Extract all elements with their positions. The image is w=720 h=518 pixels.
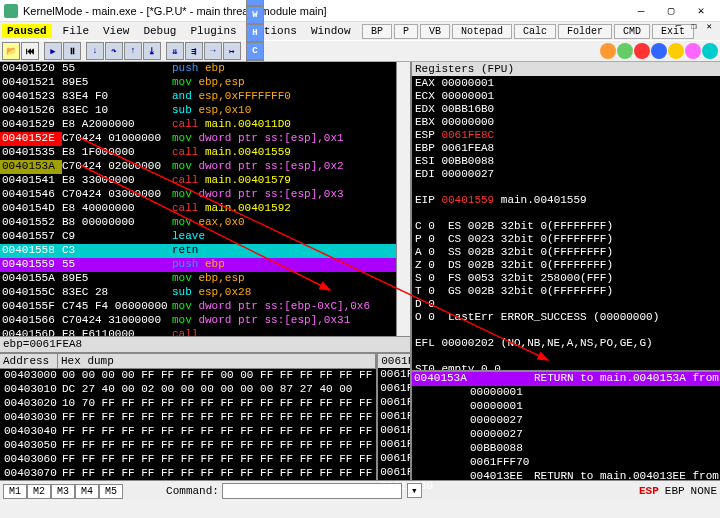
plugin-icon-7[interactable] (702, 43, 718, 59)
maximize-button[interactable]: ▢ (656, 1, 686, 21)
disasm-row[interactable]: 0040155C83EC 28sub esp,0x28 (0, 286, 410, 300)
topbtn-folder[interactable]: Folder (558, 24, 612, 39)
child-restore-icon[interactable]: ❐ (687, 21, 700, 32)
callstack-row[interactable]: 00BB0088 (412, 442, 720, 456)
callstack-pane[interactable]: 0040153ARETURN to main.0040153A from mai… (412, 370, 720, 480)
command-input[interactable] (222, 483, 402, 499)
register-line[interactable]: C 0 ES 002B 32bit 0(FFFFFFFF) (415, 220, 720, 233)
disasm-row[interactable]: 0040152683EC 10sub esp,0x10 (0, 104, 410, 118)
topbtn-notepad[interactable]: Notepad (452, 24, 512, 39)
dump-row[interactable]: 00403060FF FF FF FF FF FF FF FF FF FF FF… (2, 453, 374, 467)
register-line[interactable]: EAX 00000001 (415, 77, 720, 90)
plugin-icon-2[interactable] (617, 43, 633, 59)
view-w-button[interactable]: W (246, 6, 264, 24)
scrollbar[interactable] (396, 62, 410, 336)
register-line[interactable]: EDI 00000027 (415, 168, 720, 181)
memory-m4-button[interactable]: M4 (75, 484, 99, 499)
callstack-row[interactable]: 00000001 (412, 400, 720, 414)
menu-file[interactable]: File (56, 24, 96, 38)
plugin-icon-4[interactable] (651, 43, 667, 59)
memory-m2-button[interactable]: M2 (27, 484, 51, 499)
run-icon[interactable]: ▶ (44, 42, 62, 60)
run-to-icon[interactable]: ⤓ (143, 42, 161, 60)
dump-row[interactable]: 0040300000 00 00 00 FF FF FF FF 00 00 FF… (2, 369, 374, 383)
disasm-row[interactable]: 0040155955push ebp (0, 258, 410, 272)
register-line[interactable]: ESI 00BB0088 (415, 155, 720, 168)
disasm-row[interactable]: 00401558C3retn (0, 244, 410, 258)
callstack-row[interactable]: 00000027 (412, 428, 720, 442)
callstack-row[interactable]: 0061FFF70 (412, 456, 720, 470)
disasm-row[interactable]: 00401552B8 00000000mov eax,0x0 (0, 216, 410, 230)
register-line[interactable]: ST0 empty 0.0 (415, 363, 720, 370)
memory-m3-button[interactable]: M3 (51, 484, 75, 499)
register-line[interactable]: EIP 00401559 main.00401559 (415, 194, 720, 207)
disasm-row[interactable]: 00401535E8 1F000000call main.00401559 (0, 146, 410, 160)
topbtn-vb[interactable]: VB (420, 24, 450, 39)
disasm-row[interactable]: 0040155FC745 F4 06000000mov dword ptr ss… (0, 300, 410, 314)
rewind-icon[interactable]: ⏮ (21, 42, 39, 60)
view-c-button[interactable]: C (246, 42, 264, 60)
disasm-row[interactable]: 00401546C70424 03000000mov dword ptr ss:… (0, 188, 410, 202)
child-close-icon[interactable]: ✕ (703, 21, 716, 32)
dump-row[interactable]: 00403040FF FF FF FF FF FF FF FF FF FF FF… (2, 425, 374, 439)
goto-icon[interactable]: ↦ (223, 42, 241, 60)
topbtn-bp[interactable]: BP (362, 24, 392, 39)
register-line[interactable] (415, 181, 720, 194)
callstack-row[interactable]: 004013EERETURN to main.004013EE from mai… (412, 470, 720, 480)
memory-m1-button[interactable]: M1 (3, 484, 27, 499)
hex-dump-pane[interactable]: Address Hex dump 0040300000 00 00 00 FF … (0, 354, 376, 480)
register-line[interactable]: O 0 LastErr ERROR_SUCCESS (00000000) (415, 311, 720, 324)
register-line[interactable]: EBP 0061FEA8 (415, 142, 720, 155)
topbtn-p[interactable]: P (394, 24, 418, 39)
step-into-icon[interactable]: ↓ (86, 42, 104, 60)
disasm-row[interactable]: 0040152383E4 F0and esp,0xFFFFFFF0 (0, 90, 410, 104)
step-out-icon[interactable]: ↑ (124, 42, 142, 60)
disasm-row[interactable]: 00401529E8 A2000000call main.004011D0 (0, 118, 410, 132)
disasm-row[interactable]: 0040154DE8 40000000call main.00401592 (0, 202, 410, 216)
step-over-icon[interactable]: ↷ (105, 42, 123, 60)
disasm-row[interactable]: 00401566C70424 31000000mov dword ptr ss:… (0, 314, 410, 328)
dump-row[interactable]: 0040302010 70 FF FF FF FF FF FF FF FF FF… (2, 397, 374, 411)
disasm-row[interactable]: 00401541E8 33000000call main.00401579 (0, 174, 410, 188)
disassembly-pane[interactable]: 0040152055push ebp0040152189E5mov ebp,es… (0, 62, 410, 336)
register-line[interactable]: ESP 0061FE8C (415, 129, 720, 142)
register-line[interactable] (415, 350, 720, 363)
register-line[interactable]: T 0 GS 002B 32bit 0(FFFFFFFF) (415, 285, 720, 298)
register-line[interactable]: P 0 CS 0023 32bit 0(FFFFFFFF) (415, 233, 720, 246)
plugin-icon-5[interactable] (668, 43, 684, 59)
disasm-row[interactable]: 00401557C9leave (0, 230, 410, 244)
register-line[interactable]: EBX 00000000 (415, 116, 720, 129)
execute-till-icon[interactable]: → (204, 42, 222, 60)
topbtn-cmd[interactable]: CMD (614, 24, 650, 39)
trace-over-icon[interactable]: ⇶ (185, 42, 203, 60)
register-line[interactable]: EFL 00000202 (NO,NB,NE,A,NS,PO,GE,G) (415, 337, 720, 350)
command-dropdown-icon[interactable]: ▾ (407, 483, 422, 498)
menu-window[interactable]: Window (304, 24, 358, 38)
disasm-row[interactable]: 0040156DE8 F6110000call (0, 328, 410, 336)
register-line[interactable]: A 0 SS 002B 32bit 0(FFFFFFFF) (415, 246, 720, 259)
open-icon[interactable]: 📂 (2, 42, 20, 60)
register-line[interactable]: D 0 (415, 298, 720, 311)
register-line[interactable]: S 0 FS 0053 32bit 258000(FFF) (415, 272, 720, 285)
register-line[interactable] (415, 207, 720, 220)
plugin-icon-6[interactable] (685, 43, 701, 59)
dump-row[interactable]: 00403010DC 27 40 00 02 00 00 00 00 00 00… (2, 383, 374, 397)
dump-row[interactable]: 00403030FF FF FF FF FF FF FF FF FF FF FF… (2, 411, 374, 425)
plugin-icon-1[interactable] (600, 43, 616, 59)
child-minimize-icon[interactable]: — (672, 21, 685, 32)
register-line[interactable]: ECX 00000001 (415, 90, 720, 103)
register-line[interactable]: EDX 00BB16B0 (415, 103, 720, 116)
dump-row[interactable]: 00403070FF FF FF FF FF FF FF FF FF FF FF… (2, 467, 374, 481)
memory-m5-button[interactable]: M5 (99, 484, 123, 499)
disasm-row[interactable]: 0040152189E5mov ebp,esp (0, 76, 410, 90)
disasm-row[interactable]: 0040152055push ebp (0, 62, 410, 76)
menu-plugins[interactable]: Plugins (183, 24, 243, 38)
dump-row[interactable]: 00403050FF FF FF FF FF FF FF FF FF FF FF… (2, 439, 374, 453)
topbtn-calc[interactable]: Calc (514, 24, 556, 39)
trace-into-icon[interactable]: ⇊ (166, 42, 184, 60)
callstack-row[interactable]: 0040153ARETURN to main.0040153A from mai… (412, 372, 720, 386)
view-h-button[interactable]: H (246, 24, 264, 42)
pause-icon[interactable]: ⏸ (63, 42, 81, 60)
register-line[interactable]: Z 0 DS 002B 32bit 0(FFFFFFFF) (415, 259, 720, 272)
menu-debug[interactable]: Debug (136, 24, 183, 38)
